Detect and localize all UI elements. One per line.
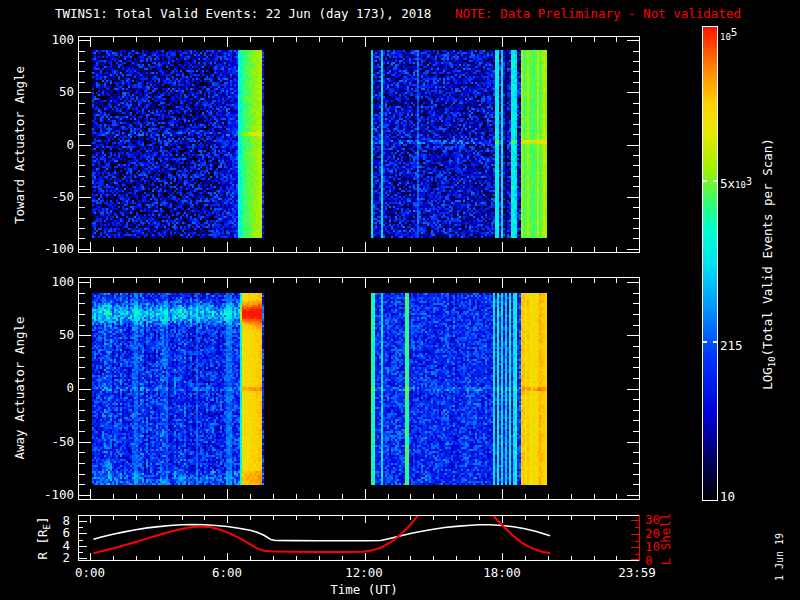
date-stamp: 1 Jun 19 <box>773 533 787 581</box>
toward-y-axis-label: Toward Actuator Angle <box>13 66 27 224</box>
toward-ytick-50: 50 <box>28 85 74 99</box>
xtick-0000: 0:00 <box>75 566 105 580</box>
xtick-2359: 23:59 <box>618 566 656 580</box>
xtick-1800: 18:00 <box>483 566 521 580</box>
colorbar-tick-5e3: 5x103 <box>720 177 752 192</box>
page-title: TWINS1: Total Valid Events: 22 Jun (day … <box>55 7 431 21</box>
colorbar-tick-10: 10 <box>720 490 735 504</box>
away-y-axis-label: Away Actuator Angle <box>13 317 27 460</box>
away-spectrogram-panel <box>78 277 640 500</box>
l-shell-axis-label: L Shell <box>659 513 673 566</box>
toward-ytick-m50: -50 <box>28 190 74 204</box>
away-ytick-m50: -50 <box>28 435 74 449</box>
colorbar-tick-215: 215 <box>720 339 743 353</box>
toward-ytick-0: 0 <box>28 138 74 152</box>
toward-ytick-m100: -100 <box>28 242 74 256</box>
away-ytick-50: 50 <box>28 328 74 342</box>
x-axis-label: Time (UT) <box>330 583 398 597</box>
away-ytick-100: 100 <box>28 275 74 289</box>
colorbar-tick-1e5: 105 <box>720 29 737 44</box>
orbit-line-panel <box>78 515 640 561</box>
xtick-1200: 12:00 <box>345 566 383 580</box>
plot-area: { "title": "TWINS1: Total Valid Events: … <box>0 0 800 600</box>
r-axis-label: R [RE] <box>36 516 55 559</box>
toward-spectrogram-panel <box>78 36 640 253</box>
away-ytick-m100: -100 <box>28 488 74 502</box>
toward-ytick-100: 100 <box>28 33 74 47</box>
xtick-0600: 6:00 <box>212 566 242 580</box>
colorbar-title: LOG10(Total Valid Events per Scan) <box>761 138 780 390</box>
away-ytick-0: 0 <box>28 381 74 395</box>
preliminary-note: NOTE: Data Preliminary - Not validated <box>455 7 741 21</box>
colorbar <box>702 26 718 501</box>
